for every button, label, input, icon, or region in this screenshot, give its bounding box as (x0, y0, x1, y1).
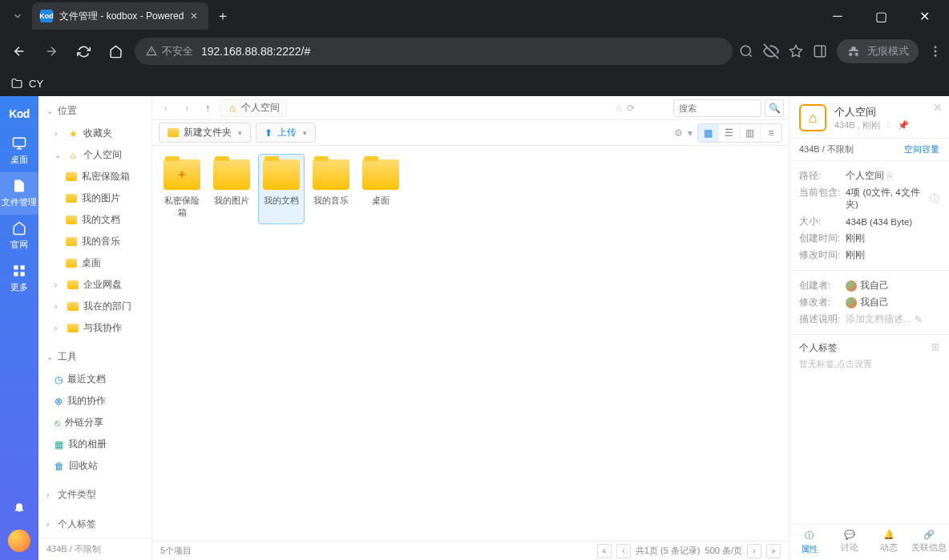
edit-icon[interactable]: ✎ (915, 314, 923, 325)
tree-section-filetypes[interactable]: ›文件类型 (38, 483, 151, 506)
tree-item-favorites[interactable]: ›★收藏夹 (38, 123, 151, 144)
details-panel: ✕ ⌂ 个人空间 434B , 刚刚☆📌 434B / 不限制 空间容量 路径:… (789, 96, 949, 560)
link-icon: 🔗 (923, 530, 935, 540)
folder-icon (213, 159, 250, 190)
url-input[interactable]: 不安全 192.168.88.88:2222/# (135, 38, 733, 65)
view-icons-button[interactable]: ▦ (698, 124, 719, 142)
description-input[interactable]: 添加文档描述... (846, 313, 911, 325)
file-item-documents[interactable]: 我的文档 (258, 154, 305, 224)
incognito-badge[interactable]: 无痕模式 (837, 39, 919, 63)
details-subtitle: 434B , 刚刚☆📌 (834, 119, 909, 131)
rail-item-files[interactable]: 文件管理 (0, 172, 38, 215)
tree-item-enterprise[interactable]: ›企业网盘 (38, 274, 151, 296)
view-details-button[interactable]: ≡ (761, 124, 781, 142)
tab-related[interactable]: 🔗关联信息 (909, 525, 949, 560)
refresh-icon[interactable]: ⟳ (627, 103, 635, 114)
rail-item-official[interactable]: 官网 (0, 215, 38, 257)
user-avatar[interactable] (8, 530, 30, 552)
tree-item-music[interactable]: 我的音乐 (38, 231, 151, 252)
tree-item-documents[interactable]: 我的文档 (38, 209, 151, 231)
home-button[interactable] (103, 38, 128, 64)
security-warning: 不安全 (146, 44, 193, 58)
rail-item-desktop[interactable]: 桌面 (0, 130, 38, 172)
window-controls: ─ ▢ ✕ (819, 3, 943, 29)
tags-empty-hint[interactable]: 暂无标签,点击设置 (799, 358, 939, 370)
breadcrumb[interactable]: ⌂个人空间 (220, 99, 287, 117)
tab-activity[interactable]: 🔔动态 (870, 525, 910, 560)
minimize-button[interactable]: ─ (819, 3, 856, 29)
view-list-button[interactable]: ☰ (719, 124, 740, 142)
upload-button[interactable]: ⬆上传▾ (256, 123, 316, 143)
quota-link[interactable]: 空间容量 (904, 143, 939, 155)
zoom-icon[interactable] (739, 44, 753, 58)
search-button[interactable]: 🔍 (765, 99, 784, 117)
tree-item-album[interactable]: ▦我的相册 (38, 433, 151, 455)
expand-tags-icon[interactable]: ⊞ (931, 341, 939, 355)
tree-item-shared-with-me[interactable]: ›与我协作 (38, 317, 151, 339)
nav-forward-icon[interactable]: › (178, 99, 196, 117)
tree-item-trash[interactable]: 🗑回收站 (38, 455, 151, 477)
path-bar: ‹ › ↑ ⌂个人空间 ☆ ⟳ 🔍 (152, 96, 789, 120)
avatar-icon (846, 280, 857, 292)
prev-page-button[interactable]: ‹ (616, 544, 631, 558)
monitor-icon (12, 136, 26, 151)
maximize-button[interactable]: ▢ (862, 3, 899, 29)
tab-properties[interactable]: ⓘ属性 (789, 525, 830, 560)
url-text: 192.168.88.88:2222/# (201, 45, 310, 58)
file-item-music[interactable]: 我的音乐 (308, 154, 354, 224)
eye-off-icon[interactable] (763, 43, 779, 59)
sort-icon[interactable]: ⚙ (674, 127, 683, 139)
bookmark-star-icon[interactable] (789, 44, 803, 58)
safebox-folder-icon (164, 159, 200, 190)
sort-dropdown-icon[interactable]: ▾ (688, 127, 693, 139)
browser-tab[interactable]: Kod 文件管理 - kodbox - Powered ✕ (32, 2, 208, 30)
svg-rect-8 (14, 272, 18, 276)
svg-point-0 (741, 46, 750, 55)
svg-rect-1 (814, 46, 826, 57)
menu-icon[interactable] (928, 44, 943, 58)
file-item-safebox[interactable]: 私密保险箱 (159, 154, 205, 224)
back-button[interactable] (6, 38, 32, 64)
tab-discuss[interactable]: 💬讨论 (830, 525, 870, 560)
svg-rect-9 (21, 272, 25, 276)
bookmark-bar: CY (0, 71, 949, 96)
reload-button[interactable] (71, 38, 96, 64)
tree-item-department[interactable]: ›我在的部门 (38, 296, 151, 317)
tree-item-collab[interactable]: ⊗我的协作 (38, 390, 151, 412)
close-tab-icon[interactable]: ✕ (190, 10, 198, 22)
forward-button[interactable] (38, 38, 64, 64)
rail-item-more[interactable]: 更多 (0, 257, 38, 300)
last-page-button[interactable]: » (766, 544, 781, 558)
tree-item-safebox[interactable]: 私密保险箱 (38, 166, 151, 187)
notifications-icon[interactable] (13, 493, 26, 522)
side-panel-icon[interactable] (813, 44, 827, 58)
tree-section-tools[interactable]: ⌄工具 (38, 345, 151, 369)
first-page-button[interactable]: « (597, 544, 612, 558)
search-input[interactable] (673, 99, 761, 117)
file-item-desktop[interactable]: 桌面 (357, 154, 404, 224)
tree-section-location[interactable]: ⌄位置 (38, 99, 151, 123)
file-grid[interactable]: 私密保险箱 我的图片 我的文档 我的音乐 桌面 (152, 146, 789, 541)
item-count: 5个项目 (160, 545, 192, 557)
nav-back-icon[interactable]: ‹ (157, 99, 175, 117)
tree-item-external-share[interactable]: ⎋外链分享 (38, 412, 151, 433)
close-panel-icon[interactable]: ✕ (933, 101, 943, 114)
close-window-button[interactable]: ✕ (906, 3, 943, 29)
view-columns-button[interactable]: ▥ (740, 124, 761, 142)
bookmark-item[interactable]: CY (29, 78, 43, 90)
tree-item-personal-space[interactable]: ⌄⌂个人空间 (38, 144, 151, 166)
favorite-star-icon[interactable]: ☆ (615, 103, 624, 114)
tree-item-desktop[interactable]: 桌面 (38, 252, 151, 274)
tree-section-tags[interactable]: ›个人标签 (38, 513, 151, 536)
file-item-pictures[interactable]: 我的图片 (208, 154, 255, 224)
nav-up-icon[interactable]: ↑ (199, 99, 216, 117)
sidebar-quota: 434B / 不限制 (38, 538, 151, 560)
new-tab-button[interactable]: ＋ (212, 5, 234, 27)
tab-menu-button[interactable] (6, 5, 29, 27)
tree-item-recent[interactable]: ◷最近文档 (38, 369, 151, 390)
new-folder-button[interactable]: 新建文件夹▾ (159, 123, 251, 143)
tree-item-pictures[interactable]: 我的图片 (38, 187, 151, 209)
per-page-select[interactable]: 500 条/页 (705, 545, 742, 557)
pagination: « ‹ 共1页 (5 条记录) 500 条/页 › » (597, 544, 781, 558)
next-page-button[interactable]: › (747, 544, 761, 558)
